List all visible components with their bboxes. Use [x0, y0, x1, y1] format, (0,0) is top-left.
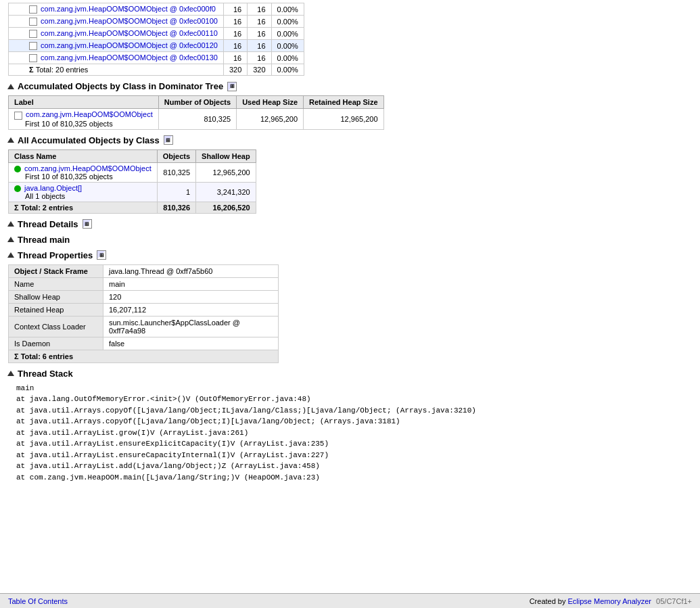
table-row: java.lang.Object[] All 1 objects 1 3,241…: [9, 182, 256, 202]
page-icon: [29, 42, 37, 50]
props-total: Total: 6 entries: [21, 352, 73, 360]
heap-entry-link[interactable]: com.zang.jvm.HeapOOM$OOMObject @ 0xfec00…: [41, 29, 218, 37]
all-objects-section: All Accumulated Objects by Class ⊞ Class…: [8, 135, 692, 214]
prop-key: Is Daemon: [9, 337, 103, 350]
stack-line: at java.util.Arrays.copyOf([Ljava/lang/O…: [16, 416, 684, 427]
all-objects-title: All Accumulated Objects by Class: [18, 135, 160, 145]
page-icon: [14, 112, 22, 120]
total-row: Σ Total: 2 entries 810,326 16,206,520: [9, 202, 256, 213]
sigma-icon: Σ: [14, 204, 19, 212]
stack-line: at java.util.Arrays.copyOf([Ljava/lang/O…: [16, 405, 684, 417]
heap-entry-link[interactable]: com.zang.jvm.HeapOOM$OOMObject @ 0xfec00…: [41, 17, 218, 25]
prop-key: Context Class Loader: [9, 316, 103, 337]
class-link[interactable]: com.zang.jvm.HeapOOM$OOMObject: [26, 110, 153, 118]
stack-line: at java.util.ArrayList.add(Ljava/lang/Ob…: [16, 461, 684, 472]
collapse-triangle: [7, 237, 14, 242]
sub-label: All 1 objects: [14, 192, 65, 200]
thread-main-title: Thread main: [18, 235, 70, 245]
table-row: com.zang.jvm.HeapOOM$OOMObject @ 0xfec00…: [9, 3, 304, 16]
props-row: Retained Heap 16,207,112: [9, 303, 279, 316]
table-icon: ⊞: [227, 82, 237, 91]
thread-main-header[interactable]: Thread main: [8, 235, 692, 245]
table-row: com.zang.jvm.HeapOOM$OOMObject First 10 …: [9, 162, 256, 182]
table-row: com.zang.jvm.HeapOOM$OOMObject @ 0xfec00…: [9, 28, 304, 40]
class-link[interactable]: com.zang.jvm.HeapOOM$OOMObject: [24, 164, 151, 172]
sub-label: First 10 of 810,325 objects: [14, 120, 113, 128]
collapse-triangle: [7, 221, 14, 227]
prop-value: 120: [103, 290, 279, 303]
prop-key: Shallow Heap: [9, 290, 103, 303]
heap-entry-link[interactable]: com.zang.jvm.HeapOOM$OOMObject @ 0xfec00…: [41, 41, 218, 49]
green-dot-icon: [14, 185, 21, 192]
green-dot-icon: [14, 166, 21, 172]
table-row: com.zang.jvm.HeapOOM$OOMObject @ 0xfec00…: [9, 40, 304, 52]
col-retained-heap: Retained Heap Size: [304, 96, 383, 109]
props-row: Name main: [9, 277, 279, 290]
page-icon: [29, 54, 37, 62]
col-shallow-heap: Shallow Heap: [196, 149, 256, 162]
heap-top-table: com.zang.jvm.HeapOOM$OOMObject @ 0xfec00…: [8, 3, 304, 76]
thread-properties-header[interactable]: Thread Properties ⊞: [8, 250, 692, 260]
collapse-triangle: [7, 252, 14, 258]
prop-col-header: Object / Stack Frame: [9, 264, 103, 277]
thread-details-header[interactable]: Thread Details ⊞: [8, 219, 692, 229]
thread-stack-section: Thread Stack main at java.lang.OutOfMemo…: [8, 369, 692, 484]
thread-properties-title: Thread Properties: [18, 250, 93, 260]
stack-line: at java.util.ArrayList.ensureCapacityInt…: [16, 450, 684, 461]
prop-value: false: [103, 337, 279, 350]
total-row: Σ Total: 20 entries 320 320 0.00%: [9, 64, 304, 76]
thread-stack-header[interactable]: Thread Stack: [8, 369, 692, 379]
page-icon: [29, 18, 37, 26]
prop-value: 16,207,112: [103, 303, 279, 316]
col-objects: Objects: [157, 149, 195, 162]
col-used-heap: Used Heap Size: [237, 96, 304, 109]
all-objects-header[interactable]: All Accumulated Objects by Class ⊞: [8, 135, 692, 145]
created-by-label: Created by: [530, 597, 566, 605]
sigma-icon: Σ: [29, 66, 34, 74]
thread-stack-title: Thread Stack: [18, 369, 73, 379]
table-row: com.zang.jvm.HeapOOM$OOMObject @ 0xfec00…: [9, 52, 304, 64]
prop-key: Retained Heap: [9, 303, 103, 316]
dominator-tree-header[interactable]: Accumulated Objects by Class in Dominato…: [8, 81, 692, 91]
page-icon: [29, 30, 37, 38]
stack-line: main: [16, 383, 684, 394]
stack-line: at java.util.ArrayList.ensureExplicitCap…: [16, 438, 684, 450]
props-row: Shallow Heap 120: [9, 290, 279, 303]
props-row: Is Daemon false: [9, 337, 279, 350]
col-label: Label: [9, 96, 159, 109]
eclipse-link[interactable]: Eclipse Memory Analyzer: [568, 597, 652, 605]
prop-value: main: [103, 277, 279, 290]
props-header-row: Object / Stack Frame java.lang.Thread @ …: [9, 264, 279, 277]
stack-line: at com.zang.jvm.HeapOOM.main([Ljava/lang…: [16, 472, 684, 484]
thread-details-section: Thread Details ⊞: [8, 219, 692, 229]
stack-line: at java.lang.OutOfMemoryError.<init>()V …: [16, 394, 684, 405]
toc-link[interactable]: Table Of Contents: [8, 597, 68, 605]
collapse-triangle: [7, 371, 14, 376]
bottom-bar: Table Of Contents Created by Eclipse Mem…: [0, 593, 700, 608]
col-classname: Class Name: [9, 149, 158, 162]
table-icon: ⊞: [83, 219, 92, 229]
all-objects-table: Class Name Objects Shallow Heap com.zang…: [8, 149, 256, 214]
props-row: Context Class Loader sun.misc.Launcher$A…: [9, 316, 279, 337]
col-objects: Number of Objects: [158, 96, 236, 109]
stack-trace-content: main at java.lang.OutOfMemoryError.<init…: [16, 383, 684, 484]
page-icon: [29, 5, 37, 14]
heap-entry-link[interactable]: com.zang.jvm.HeapOOM$OOMObject @ 0xfec00…: [41, 5, 216, 13]
table-row: com.zang.jvm.HeapOOM$OOMObject @ 0xfec00…: [9, 16, 304, 28]
table-icon: ⊞: [164, 135, 173, 145]
sub-label: First 10 of 810,325 objects: [14, 172, 113, 181]
class-link[interactable]: java.lang.Object[]: [24, 184, 82, 192]
prop-value: sun.misc.Launcher$AppClassLoader @ 0xff7…: [103, 316, 279, 337]
page-num: 05/C7Cf1+: [656, 597, 692, 605]
thread-main-section: Thread main: [8, 235, 692, 245]
thread-details-title: Thread Details: [18, 219, 78, 229]
dominator-table: Label Number of Objects Used Heap Size R…: [8, 95, 384, 129]
thread-properties-table: Object / Stack Frame java.lang.Thread @ …: [8, 264, 279, 363]
prop-key: Name: [9, 277, 103, 290]
collapse-triangle: [7, 137, 14, 143]
table-row: com.zang.jvm.HeapOOM$OOMObject First 10 …: [9, 109, 384, 129]
stack-line: at java.util.ArrayList.grow(I)V (ArrayLi…: [16, 427, 684, 439]
heap-entry-link[interactable]: com.zang.jvm.HeapOOM$OOMObject @ 0xfec00…: [41, 53, 218, 62]
props-total-row: Σ Total: 6 entries: [9, 350, 279, 363]
prop-value-header: java.lang.Thread @ 0xff7a5b60: [103, 264, 279, 277]
